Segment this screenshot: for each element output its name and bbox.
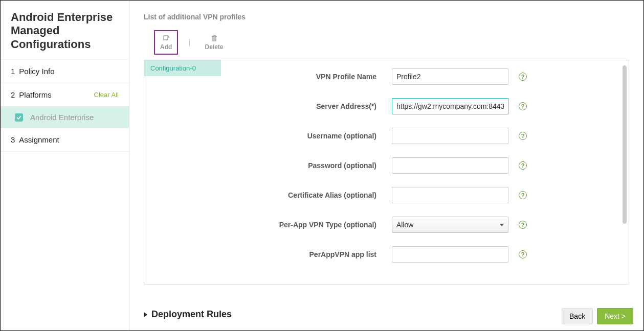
deployment-label: Deployment Rules: [151, 309, 232, 320]
next-button[interactable]: Next >: [597, 308, 633, 324]
step-num: 3: [11, 135, 15, 144]
back-button[interactable]: Back: [562, 308, 593, 324]
deployment-rules-toggle[interactable]: Deployment Rules: [144, 309, 629, 320]
step-label: Assignment: [19, 135, 59, 144]
add-label: Add: [160, 43, 172, 51]
input-per-app-list[interactable]: [392, 246, 508, 263]
label-password: Password (optional): [233, 161, 392, 170]
help-icon[interactable]: ?: [519, 191, 527, 199]
step-platforms[interactable]: 2 Platforms Clear All: [1, 83, 129, 107]
label-per-app-type: Per-App VPN Type (optional): [233, 221, 392, 229]
label-server-address: Server Address(*): [233, 102, 392, 110]
input-username[interactable]: [392, 128, 508, 144]
row-per-app-type: Per-App VPN Type (optional) Allow ?: [233, 217, 616, 233]
substep-android-enterprise[interactable]: Android Enterprise: [1, 107, 129, 128]
delete-label: Delete: [205, 43, 223, 51]
config-list: Configuration-0: [144, 60, 221, 284]
row-per-app-list: PerAppVPN app list ?: [233, 246, 616, 263]
input-cert-alias[interactable]: [392, 187, 508, 203]
help-icon[interactable]: ?: [519, 132, 527, 140]
config-form: VPN Profile Name ? Server Address(*) ? U…: [221, 60, 629, 284]
help-icon[interactable]: ?: [519, 102, 527, 110]
input-password[interactable]: [392, 157, 508, 174]
clear-all-link[interactable]: Clear All: [94, 91, 119, 99]
label-username: Username (optional): [233, 132, 392, 140]
highlight-box: Add: [154, 30, 178, 55]
label-vpn-profile-name: VPN Profile Name: [233, 73, 392, 81]
add-icon: [162, 34, 170, 42]
row-server-address: Server Address(*) ?: [233, 98, 616, 114]
step-label: Platforms: [19, 90, 51, 99]
row-password: Password (optional) ?: [233, 157, 616, 174]
label-cert-alias: Certificate Alias (optional): [233, 191, 392, 199]
substep-label: Android Enterprise: [30, 113, 94, 122]
sidebar: Android Enterprise Managed Configuration…: [1, 1, 129, 330]
config-panel: Configuration-0 VPN Profile Name ? Serve…: [144, 60, 629, 285]
step-num: 1: [11, 67, 15, 76]
step-label: Policy Info: [19, 67, 54, 76]
page-title: Android Enterprise Managed Configuration…: [1, 1, 129, 60]
select-value: Allow: [396, 221, 413, 229]
input-vpn-profile-name[interactable]: [392, 68, 508, 85]
toolbar-separator: |: [181, 38, 197, 47]
add-button[interactable]: Add: [156, 32, 176, 53]
toolbar: Add | Delete: [144, 28, 629, 60]
help-icon[interactable]: ?: [519, 221, 527, 229]
select-per-app-type[interactable]: Allow: [392, 217, 508, 233]
config-item[interactable]: Configuration-0: [144, 60, 221, 76]
main-content: List of additional VPN profiles Add | De…: [129, 1, 643, 330]
footer: Back Next >: [562, 308, 633, 324]
checkbox-checked-icon: [15, 113, 23, 122]
step-num: 2: [11, 90, 15, 99]
row-cert-alias: Certificate Alias (optional) ?: [233, 187, 616, 203]
scrollbar[interactable]: [623, 65, 627, 224]
help-icon[interactable]: ?: [519, 73, 527, 81]
trash-icon: [210, 34, 218, 42]
help-icon[interactable]: ?: [519, 250, 527, 258]
step-assignment[interactable]: 3 Assignment: [1, 128, 129, 152]
delete-button[interactable]: Delete: [201, 32, 227, 53]
caret-down-icon: [500, 224, 504, 226]
row-vpn-profile-name: VPN Profile Name ?: [233, 68, 616, 85]
input-server-address[interactable]: [392, 98, 508, 114]
step-policy-info[interactable]: 1 Policy Info: [1, 60, 129, 83]
caret-right-icon: [144, 312, 147, 317]
help-icon[interactable]: ?: [519, 161, 527, 170]
label-per-app-list: PerAppVPN app list: [233, 250, 392, 258]
row-username: Username (optional) ?: [233, 128, 616, 144]
section-label: List of additional VPN profiles: [144, 13, 629, 21]
